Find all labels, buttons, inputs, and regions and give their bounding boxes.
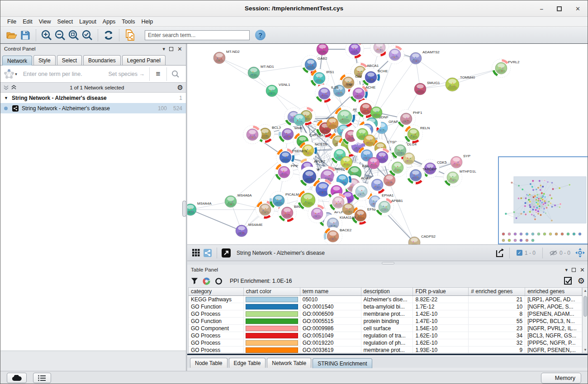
network-node[interactable] [386,46,404,64]
zoom-fit-button[interactable] [67,28,81,42]
tab-legend-panel[interactable]: Legend Panel [122,55,166,65]
close-button[interactable]: ✕ [575,5,580,12]
menu-item-view[interactable]: View [36,18,54,26]
network-node[interactable] [403,153,415,164]
network-collection-row[interactable]: ▼ String Network - Alzheimer's disease 1 [0,93,186,103]
maximize-button[interactable] [557,6,562,11]
menu-item-tools[interactable]: Tools [119,18,138,26]
birdseye-viewport[interactable] [514,177,586,223]
tab-string-enrichment[interactable]: STRING Enrichment [313,358,372,368]
tree-expander-icon[interactable]: ▼ [4,96,8,100]
network-node[interactable] [341,156,352,168]
column-header-category[interactable]: category [189,288,244,295]
network-node[interactable] [327,117,338,129]
minimize-button[interactable]: – [540,5,543,12]
set-species-hint[interactable]: Set species → [108,71,145,77]
network-node[interactable]: MS4A4E [236,223,263,237]
float-panel-icon[interactable] [572,268,576,272]
detach-view-button[interactable] [220,246,232,260]
network-node[interactable]: SYP [450,154,470,168]
network-node[interactable]: CADPS2 [408,234,436,245]
menu-item-edit[interactable]: Edit [19,18,36,26]
table-scrollbar[interactable]: ▲ ▼ [582,287,588,353]
scroll-down-icon[interactable]: ▼ [583,347,588,353]
table-row[interactable]: GO ProcessGO:0051049regulation of tra...… [189,332,582,339]
zoom-in-button[interactable] [40,28,53,42]
network-view[interactable]: MT-ND2MT-ND1VSNL1GAB2IRS1ABCA1CHATBCHETN… [187,44,588,245]
copy-network-button[interactable] [123,28,137,42]
network-node[interactable]: ADAMTS2 [410,50,440,64]
close-panel-icon[interactable]: ✕ [177,46,182,52]
search-input[interactable] [145,30,250,40]
open-session-button[interactable] [5,28,19,42]
save-session-button[interactable] [19,28,32,42]
network-node[interactable] [243,126,262,144]
filter-icon[interactable] [191,277,198,285]
grid-view-button[interactable] [190,246,202,260]
export-network-button[interactable] [493,246,506,260]
table-row[interactable]: GO ProcessGO:0033619membrane prot...1.93… [189,347,582,353]
float-panel-icon[interactable] [169,47,173,51]
tab-style[interactable]: Style [33,55,56,65]
help-button[interactable]: ? [255,30,266,40]
refresh-button[interactable] [102,28,115,42]
menu-item-layout[interactable]: Layout [76,18,100,26]
menu-item-help[interactable]: Help [138,18,156,26]
settings-gear-icon[interactable]: ⚙ [578,276,585,286]
network-node[interactable]: MTHFD1L [443,168,477,188]
network-node[interactable] [294,114,305,126]
tab-network[interactable]: Network [2,56,32,66]
network-node[interactable] [370,107,382,118]
panel-menu-icon[interactable]: ▾ [565,267,568,273]
column-header-term-name[interactable]: term name [300,288,361,295]
cloud-button[interactable] [7,373,27,383]
network-node[interactable] [368,157,379,169]
menu-item-select[interactable]: Select [54,18,76,26]
string-options-button[interactable]: ≡ [150,67,167,81]
column-header--enriched-genes[interactable]: # enriched genes [469,288,525,295]
expand-all-icon[interactable] [11,84,17,90]
column-header-description[interactable]: description [361,288,413,295]
chart-color-icon[interactable] [203,277,210,285]
horizontal-splitter[interactable] [187,261,588,265]
network-node[interactable] [308,205,327,223]
network-node[interactable] [343,44,365,61]
task-history-button[interactable] [33,373,51,383]
network-node[interactable] [317,44,328,55]
table-row[interactable]: GO FunctionGO:0001540beta-amyloid bi...1… [189,303,582,310]
enrichment-table[interactable]: categorychart colorterm namedescriptionF… [188,287,582,353]
tab-boundaries[interactable]: Boundaries [83,55,121,65]
network-node[interactable] [342,203,354,215]
tab-select[interactable]: Select [57,55,82,65]
memory-button[interactable]: Memory [541,373,581,384]
network-node[interactable]: APBB1 [375,197,403,217]
tab-edge-table[interactable]: Edge Table [229,358,266,368]
select-all-icon[interactable] [564,277,572,285]
collapse-all-icon[interactable] [3,84,9,90]
panel-splitter-grip[interactable] [182,201,186,217]
menu-item-apps[interactable]: Apps [100,18,119,26]
string-query-input[interactable]: Enter one term per line. Set species → [19,67,150,81]
ring-chart-icon[interactable] [215,277,223,285]
birdseye-toggle-button[interactable] [202,246,213,260]
table-row[interactable]: KEGG Pathways05010Alzheimer's dise...8.8… [189,296,582,303]
string-logo-icon[interactable]: ▾ [2,67,19,81]
tab-network-table[interactable]: Network Table [267,358,311,368]
column-header-chart-color[interactable]: chart color [244,288,300,295]
menu-item-file[interactable]: File [4,18,19,26]
table-row[interactable]: GO ComponentGO:0009986cell surface1.54E-… [189,325,582,332]
pan-mode-button[interactable] [574,246,586,260]
network-row-selected[interactable]: String Network - Alzheimer's disease 100… [0,103,186,113]
table-row[interactable]: GO ProcessGO:0019220regulation of ph...1… [189,339,582,347]
table-row[interactable]: GO ProcessGO:0006509membrane prot...1.42… [189,310,582,318]
zoom-selected-button[interactable] [81,28,94,42]
string-search-button[interactable] [167,67,184,81]
network-node[interactable] [364,135,375,146]
scroll-up-icon[interactable]: ▲ [583,288,588,294]
tab-node-table[interactable]: Node Table [190,358,228,368]
network-node[interactable]: PVRL2 [490,57,520,79]
scrollbar-thumb[interactable] [583,296,587,317]
gear-icon[interactable]: ⚙ [177,84,183,92]
column-header-FDR-p-value[interactable]: FDR p-value [413,288,469,295]
network-node[interactable]: VSNL1 [266,83,290,97]
